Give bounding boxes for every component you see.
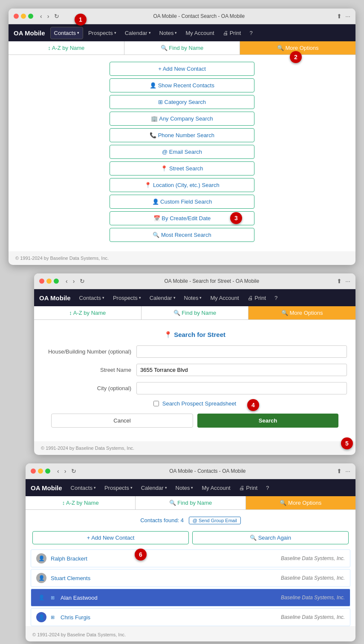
nav-prospects-1[interactable]: Prospects ▾ — [85, 27, 120, 39]
contact-row-2[interactable]: 👤 ⊞ Alan Eastwood Baseline Data Systems,… — [31, 589, 350, 607]
company-icon-3: ⊞ — [51, 615, 55, 620]
nav-contacts-3[interactable]: Contacts ▾ — [67, 482, 99, 494]
forward-btn-2[interactable]: › — [71, 277, 77, 285]
tab-moreoptions-3[interactable]: 🔍 More Options — [246, 496, 355, 509]
menu-icon-3[interactable]: ··· — [345, 468, 350, 474]
nav-notes-1[interactable]: Notes ▾ — [156, 27, 181, 39]
form-section-2: 📍 Search for Street House/Building Numbe… — [34, 320, 355, 441]
any-company-search-btn[interactable]: 🏢 Any Company Search — [110, 112, 254, 126]
nav-print-1[interactable]: 🖨 Print — [220, 27, 245, 39]
tab-findbyname-3[interactable]: 🔍 Find by Name — [136, 496, 246, 509]
nav-print-2[interactable]: 🖨 Print — [244, 292, 269, 304]
tl-red-3[interactable] — [31, 469, 36, 474]
content-area-1: + Add New Contact 👤 Show Recent Contacts… — [9, 55, 355, 251]
app-navbar-2: OA Mobile Contacts ▾ Prospects ▾ Calenda… — [34, 289, 355, 306]
show-recent-contacts-btn[interactable]: 👤 Show Recent Contacts — [110, 78, 254, 92]
tl-green-2[interactable] — [54, 279, 59, 284]
add-new-contact-btn[interactable]: + Add New Contact — [110, 62, 254, 76]
tab-bar-2: ↕ A-Z by Name 🔍 Find by Name 🔍 More Opti… — [34, 306, 355, 320]
tl-red-1[interactable] — [14, 14, 19, 19]
form-row-street: Street Name — [43, 364, 347, 376]
nav-contacts-2[interactable]: Contacts ▾ — [76, 292, 108, 304]
browser-chrome-1: ‹ › ↻ OA Mobile - Contact Search - OA Mo… — [9, 9, 355, 24]
menu-icon-2[interactable]: ··· — [345, 278, 350, 285]
traffic-lights-1 — [14, 14, 33, 19]
nav-calendar-1[interactable]: Calendar ▾ — [121, 27, 154, 39]
email-search-btn[interactable]: @ Email Search — [110, 145, 254, 159]
nav-prospects-3[interactable]: Prospects ▾ — [101, 482, 136, 494]
tl-yellow-1[interactable] — [21, 14, 26, 19]
cancel-button[interactable]: Cancel — [51, 414, 193, 428]
prospects-caret-3: ▾ — [130, 486, 133, 490]
nav-help-2[interactable]: ? — [271, 292, 281, 304]
tab-findbyname-1[interactable]: 🔍 Find by Name — [124, 41, 240, 55]
nav-notes-2[interactable]: Notes ▾ — [181, 292, 205, 304]
share-icon-3[interactable]: ⬆ — [337, 468, 342, 474]
traffic-lights-2 — [39, 279, 59, 284]
tab-moreoptions-1[interactable]: 🔍 More Options — [240, 41, 355, 55]
input-house[interactable] — [136, 345, 347, 358]
category-search-btn[interactable]: ⊞ Category Search — [110, 95, 254, 109]
browser-window-2: ‹ › ↻ OA Mobile - Search for Street - OA… — [34, 273, 355, 455]
input-street[interactable] — [136, 364, 347, 376]
contact-name-2: Alan Eastwood — [61, 595, 201, 601]
back-btn-1[interactable]: ‹ — [38, 12, 44, 20]
refresh-btn-3[interactable]: ↻ — [69, 467, 78, 475]
tl-yellow-3[interactable] — [38, 469, 43, 474]
search-button[interactable]: Search — [197, 414, 338, 428]
most-recent-search-btn[interactable]: 🔍 Most Recent Search — [110, 228, 254, 242]
add-new-contact-btn-3[interactable]: + Add New Contact — [32, 531, 189, 544]
contacts-content: Contacts found: 4 @ Send Group Email + A… — [26, 510, 355, 626]
tab-az-1[interactable]: ↕ A-Z by Name — [9, 41, 124, 55]
url-bar-3: OA Mobile - Contacts - OA Mobile — [81, 468, 333, 474]
back-btn-2[interactable]: ‹ — [64, 277, 69, 285]
contact-row-1[interactable]: 👤 Stuart Clements Baseline Data Systems,… — [31, 569, 350, 587]
by-create-edit-date-btn[interactable]: 📅 By Create/Edit Date — [110, 211, 254, 225]
search-prospect-checkbox[interactable] — [153, 401, 159, 406]
nav-myaccount-3[interactable]: My Account — [198, 482, 234, 494]
nav-calendar-2[interactable]: Calendar ▾ — [146, 292, 179, 304]
checkbox-row: Search Prospect Spreadsheet — [43, 400, 347, 407]
phone-number-search-btn[interactable]: 📞 Phone Number Search — [110, 128, 254, 142]
nav-calendar-3[interactable]: Calendar ▾ — [138, 482, 170, 494]
calendar-caret-2: ▾ — [173, 296, 176, 300]
refresh-btn-2[interactable]: ↻ — [78, 277, 87, 285]
search-again-btn[interactable]: 🔍 Search Again — [192, 531, 349, 544]
nav-print-3[interactable]: 🖨 Print — [236, 482, 261, 494]
share-icon-2[interactable]: ⬆ — [337, 278, 342, 285]
back-btn-3[interactable]: ‹ — [55, 467, 61, 475]
forward-btn-3[interactable]: › — [63, 467, 68, 475]
contact-avatar-3: 👤 — [36, 612, 46, 622]
calendar-label-1: Calendar — [125, 30, 147, 36]
nav-contacts-1[interactable]: Contacts ▾ — [50, 27, 83, 39]
input-city[interactable] — [136, 382, 347, 394]
menu-icon[interactable]: ··· — [345, 13, 350, 20]
nav-buttons-3: ‹ › ↻ — [55, 467, 78, 475]
share-icon[interactable]: ⬆ — [337, 13, 342, 20]
nav-help-3[interactable]: ? — [263, 482, 272, 494]
tab-moreoptions-2[interactable]: 🔍 More Options — [248, 306, 355, 319]
tl-green-1[interactable] — [28, 14, 33, 19]
location-search-btn[interactable]: 📍 Location (City, etc.) Search — [110, 178, 254, 192]
browser-chrome-3: ‹ › ↻ OA Mobile - Contacts - OA Mobile ⬆… — [26, 463, 355, 479]
street-search-btn[interactable]: 📍 Street Search — [110, 161, 254, 175]
tab-az-2[interactable]: ↕ A-Z by Name — [34, 306, 142, 319]
tl-green-3[interactable] — [45, 469, 50, 474]
tab-findbyname-2[interactable]: 🔍 Find by Name — [142, 306, 249, 319]
tl-red-2[interactable] — [39, 279, 44, 284]
nav-myaccount-1[interactable]: My Account — [182, 27, 217, 39]
contact-row-3[interactable]: 👤 ⊞ Chris Furgis Baseline Data Systems, … — [31, 608, 350, 626]
tl-yellow-2[interactable] — [46, 279, 52, 284]
send-group-email-btn[interactable]: @ Send Group Email — [189, 517, 241, 524]
notes-caret-3: ▾ — [191, 486, 193, 490]
contacts-caret-1: ▾ — [77, 31, 79, 35]
nav-myaccount-2[interactable]: My Account — [207, 292, 242, 304]
contact-row-0[interactable]: 👤 Ralph Brackert Baseline Data Systems, … — [31, 549, 350, 567]
nav-help-1[interactable]: ? — [246, 27, 256, 39]
custom-field-search-btn[interactable]: 👤 Custom Field Search — [110, 195, 254, 209]
refresh-btn-1[interactable]: ↻ — [52, 12, 61, 20]
nav-prospects-2[interactable]: Prospects ▾ — [110, 292, 144, 304]
tab-az-3[interactable]: ↕ A-Z by Name — [26, 496, 136, 509]
forward-btn-1[interactable]: › — [46, 12, 51, 20]
nav-notes-3[interactable]: Notes ▾ — [172, 482, 197, 494]
